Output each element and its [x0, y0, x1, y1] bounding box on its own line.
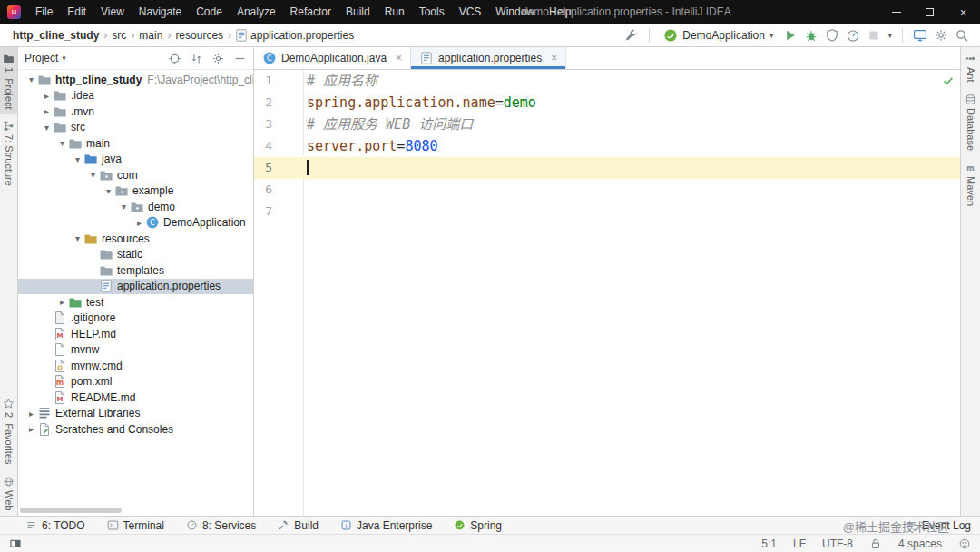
tree-item-gitignore[interactable]: .gitignore: [18, 310, 253, 327]
tree-item-scratches-and-consoles[interactable]: ▸Scratches and Consoles: [18, 421, 253, 438]
collapse-all-icon[interactable]: [190, 52, 203, 65]
breadcrumb-item-main[interactable]: main: [137, 29, 164, 42]
line-number[interactable]: 4: [254, 135, 303, 157]
stop-button[interactable]: [867, 28, 881, 43]
inspections-ok-icon[interactable]: [942, 74, 955, 87]
menu-run[interactable]: Run: [377, 0, 412, 24]
caret-position[interactable]: 5:1: [761, 537, 777, 550]
project-panel-title[interactable]: Project: [24, 52, 58, 64]
breadcrumb-item-src[interactable]: src: [110, 29, 128, 42]
menu-code[interactable]: Code: [189, 0, 230, 24]
tree-item-pom-xml[interactable]: mpom.xml: [18, 374, 253, 390]
stripe-tab-web[interactable]: Web: [0, 470, 17, 516]
toolwindow-button-terminal[interactable]: Terminal: [107, 519, 164, 532]
maximize-button[interactable]: [913, 0, 946, 24]
chevron-down-icon[interactable]: ▾: [887, 31, 892, 40]
tree-item-java[interactable]: ▾java: [18, 152, 253, 168]
editor-line-5[interactable]: 5: [254, 157, 960, 179]
tree-item-help-md[interactable]: MHELP.md: [18, 326, 253, 342]
wrench-icon[interactable]: [624, 28, 639, 43]
chevron-down-icon[interactable]: ▾: [62, 54, 66, 63]
tree-item-com[interactable]: ▾com: [18, 167, 253, 183]
tree-collapse-icon[interactable]: ▾: [56, 138, 68, 148]
lock-icon[interactable]: [869, 537, 882, 550]
editor-line-1[interactable]: 1# 应用名称: [254, 70, 960, 92]
hide-panel-icon[interactable]: [233, 52, 247, 65]
indent-setting[interactable]: 4 spaces: [898, 537, 942, 550]
editor[interactable]: 1# 应用名称2spring.application.name=demo3# 应…: [254, 70, 960, 516]
tree-collapse-icon[interactable]: ▾: [72, 154, 83, 164]
editor-line-3[interactable]: 3# 应用服务 WEB 访问端口: [254, 113, 960, 135]
tool-window-switcher-icon[interactable]: [9, 537, 22, 550]
tree-expand-icon[interactable]: ▸: [41, 91, 53, 101]
tree-item-mvnw-cmd[interactable]: mvnw.cmd: [18, 358, 253, 374]
tree-item-demo[interactable]: ▾demo: [18, 199, 253, 215]
debug-button[interactable]: [804, 28, 818, 43]
tree-item-test[interactable]: ▸test: [18, 294, 253, 310]
profiler-button[interactable]: [846, 28, 860, 43]
toolwindow-button-java-enterprise[interactable]: JJava Enterprise: [340, 519, 432, 532]
gear-icon[interactable]: [934, 28, 948, 43]
tree-item-readme-md[interactable]: MREADME.md: [18, 389, 253, 406]
menu-tools[interactable]: Tools: [412, 0, 452, 24]
line-number[interactable]: 1: [254, 70, 303, 92]
tree-expand-icon[interactable]: ▸: [25, 424, 37, 434]
breadcrumb-item-application-properties[interactable]: application.properties: [249, 29, 356, 42]
file-encoding[interactable]: UTF-8: [822, 537, 853, 550]
tree-collapse-icon[interactable]: ▾: [87, 170, 99, 180]
tree-expand-icon[interactable]: ▸: [56, 297, 68, 307]
toolwindow-button-build[interactable]: Build: [278, 519, 318, 532]
editor-tab-application-properties[interactable]: application.properties×: [411, 47, 566, 69]
editor-line-6[interactable]: 6: [254, 179, 960, 201]
tree-expand-icon[interactable]: ▸: [25, 409, 37, 419]
stripe-tab-1-project[interactable]: 1: Project: [0, 47, 17, 114]
tree-item-main[interactable]: ▾main: [18, 135, 253, 152]
monitor-icon[interactable]: [913, 28, 927, 43]
line-number[interactable]: 5: [254, 157, 303, 179]
tree-item-static[interactable]: static: [18, 247, 253, 263]
menu-edit[interactable]: Edit: [60, 0, 93, 24]
menu-build[interactable]: Build: [338, 0, 377, 24]
tree-item-idea[interactable]: ▸.idea: [18, 88, 253, 104]
menu-file[interactable]: File: [28, 0, 60, 24]
toolwindow-button-8-services[interactable]: 8: Services: [186, 519, 256, 532]
line-number[interactable]: 2: [254, 92, 303, 113]
line-number[interactable]: 7: [254, 201, 303, 222]
inspections-profile-icon[interactable]: [958, 537, 971, 550]
locate-file-icon[interactable]: [168, 52, 181, 65]
menu-analyze[interactable]: Analyze: [230, 0, 283, 24]
menu-vcs[interactable]: VCS: [452, 0, 489, 24]
tree-item-external-libraries[interactable]: ▸External Libraries: [18, 406, 253, 422]
stripe-tab-maven[interactable]: mMaven: [961, 156, 980, 212]
run-button[interactable]: [783, 28, 798, 43]
stripe-tab-7-structure[interactable]: 7: Structure: [0, 114, 17, 192]
minimize-button[interactable]: [879, 0, 913, 24]
tree-expand-icon[interactable]: ▸: [133, 218, 145, 228]
tree-collapse-icon[interactable]: ▾: [25, 74, 37, 84]
menu-view[interactable]: View: [93, 0, 132, 24]
line-number[interactable]: 6: [254, 179, 303, 201]
stripe-tab-ant[interactable]: Ant: [961, 47, 980, 88]
run-configuration-selector[interactable]: DemoApplication ▾: [660, 27, 777, 44]
tree-item-http-cline-study[interactable]: ▾http_cline_studyF:\JavaProject\http_cli…: [18, 72, 253, 88]
tree-item-application-properties[interactable]: application.properties: [18, 279, 253, 295]
editor-line-7[interactable]: 7: [254, 201, 960, 222]
close-button[interactable]: ×: [946, 0, 980, 24]
tree-collapse-icon[interactable]: ▾: [103, 186, 114, 196]
coverage-button[interactable]: [825, 28, 839, 43]
tab-close-icon[interactable]: ×: [396, 52, 402, 64]
tree-collapse-icon[interactable]: ▾: [72, 233, 83, 243]
menu-refactor[interactable]: Refactor: [283, 0, 338, 24]
tree-item-src[interactable]: ▾src: [18, 120, 253, 136]
toolwindow-button-spring[interactable]: Spring: [454, 519, 502, 532]
breadcrumb-item-http-cline-study[interactable]: http_cline_study: [11, 29, 101, 42]
line-number[interactable]: 3: [254, 113, 303, 135]
toolwindow-button-6-todo[interactable]: 6: TODO: [25, 519, 85, 532]
line-separator[interactable]: LF: [793, 537, 806, 550]
tree-item-mvn[interactable]: ▸.mvn: [18, 104, 253, 120]
tab-close-icon[interactable]: ×: [551, 52, 557, 64]
tree-item-resources[interactable]: ▾resources: [18, 231, 253, 247]
stripe-tab-2-favorites[interactable]: 2: Favorites: [0, 392, 17, 469]
editor-line-4[interactable]: 4server.port=8080: [254, 135, 960, 157]
horizontal-scrollbar[interactable]: [20, 508, 122, 513]
